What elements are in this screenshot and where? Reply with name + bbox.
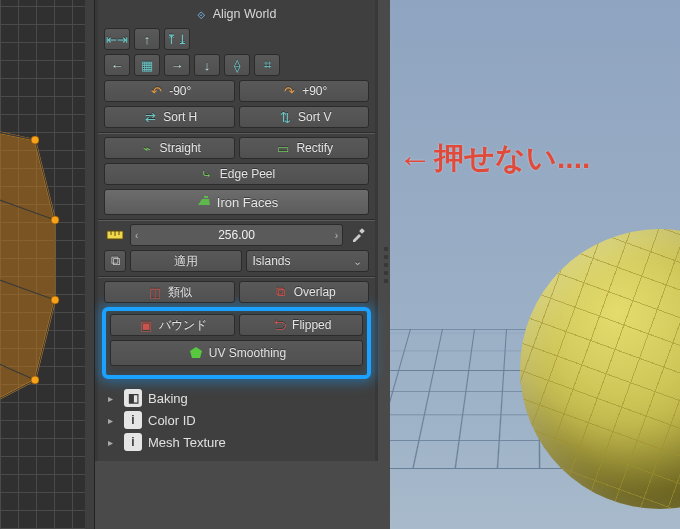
bound-icon: ▣ — [137, 316, 155, 334]
mode-value: Islands — [253, 254, 291, 268]
arrow-left-icon: ← — [398, 142, 432, 176]
baking-icon: ◧ — [124, 389, 142, 407]
copy-button[interactable]: ⧉ — [104, 250, 126, 272]
svg-marker-10 — [190, 347, 202, 358]
tree-item-color-id[interactable]: ▸ i Color ID — [108, 409, 369, 431]
sort-v-label: Sort V — [298, 110, 331, 124]
straight-icon: ⌁ — [138, 139, 156, 157]
svg-rect-9 — [359, 228, 365, 234]
align-world-label: Align World — [213, 7, 277, 21]
tree-item-baking[interactable]: ▸ ◧ Baking — [108, 387, 369, 409]
decrement-chevron[interactable]: ‹ — [135, 230, 138, 241]
size-row: ‹ 256.00 › — [104, 224, 369, 246]
tool-panel: ⟐ Align World ⇤⇥ ↑ ⤒⤓ ← ▦ → ↓ ⟠ ⌗ ↶ -90°… — [85, 0, 390, 529]
size-field[interactable]: ‹ 256.00 › — [130, 224, 343, 246]
edge-peel-button[interactable]: ⤷ Edge Peel — [104, 163, 369, 185]
rotate-cw-icon: ↷ — [280, 82, 298, 100]
bound-button[interactable]: ▣ バウンド — [110, 314, 235, 336]
caret-icon: ▸ — [108, 437, 118, 448]
subpanel-tree: ▸ ◧ Baking ▸ i Color ID ▸ i Mesh Texture — [104, 387, 369, 453]
bound-label: バウンド — [159, 317, 207, 334]
similar-label: 類似 — [168, 284, 192, 301]
align-left-button[interactable]: ← — [104, 54, 130, 76]
separator-1 — [98, 132, 375, 133]
rotate-cw-label: +90° — [302, 84, 327, 98]
check-row-2: ▣ バウンド ⮌ Flipped — [110, 314, 363, 336]
check-row-1: ◫ 類似 ⧉ Overlap — [104, 281, 369, 303]
svg-point-2 — [51, 296, 59, 304]
separator-3 — [98, 276, 375, 277]
uv-smoothing-row: UV Smoothing — [110, 340, 363, 366]
uv-smoothing-button[interactable]: UV Smoothing — [110, 340, 363, 366]
mesh-texture-icon: i — [124, 433, 142, 451]
svg-point-0 — [31, 136, 39, 144]
flipped-icon: ⮌ — [270, 316, 288, 334]
eyedropper-button[interactable] — [347, 224, 369, 246]
uv-smoothing-icon — [187, 344, 205, 362]
apply-label: 適用 — [174, 253, 198, 270]
rotate-ccw-button[interactable]: ↶ -90° — [104, 80, 235, 102]
rectify-icon: ▭ — [274, 139, 292, 157]
align-right-button[interactable]: → — [164, 54, 190, 76]
iron-icon — [195, 193, 213, 211]
iron-faces-button[interactable]: Iron Faces — [104, 189, 369, 215]
apply-button[interactable]: 適用 — [130, 250, 242, 272]
annotation-cannot-press: ← 押せない.... — [398, 138, 590, 179]
separator-2 — [98, 219, 375, 220]
align-dist-up-button[interactable]: ↑ — [134, 28, 160, 50]
straight-rectify-row: ⌁ Straight ▭ Rectify — [104, 137, 369, 159]
rotate-row: ↶ -90° ↷ +90° — [104, 80, 369, 102]
viewport-3d[interactable] — [390, 0, 680, 529]
apply-mode-row: ⧉ 適用 Islands ⌄ — [104, 250, 369, 272]
similar-button[interactable]: ◫ 類似 — [104, 281, 235, 303]
align-dist-h-button[interactable]: ⇤⇥ — [104, 28, 130, 50]
overlap-label: Overlap — [294, 285, 336, 299]
sort-v-button[interactable]: ⇅ Sort V — [239, 106, 370, 128]
mode-dropdown[interactable]: Islands ⌄ — [246, 250, 370, 272]
align-direction-row-1: ⇤⇥ ↑ ⤒⤓ — [104, 28, 369, 50]
similar-icon: ◫ — [146, 283, 164, 301]
increment-chevron[interactable]: › — [335, 230, 338, 241]
sort-h-icon: ⇄ — [141, 108, 159, 126]
size-value: 256.00 — [218, 228, 255, 242]
edge-peel-label: Edge Peel — [220, 167, 275, 181]
overlap-button[interactable]: ⧉ Overlap — [239, 281, 370, 303]
mesh-texture-label: Mesh Texture — [148, 435, 226, 450]
rectify-label: Rectify — [296, 141, 333, 155]
sort-h-button[interactable]: ⇄ Sort H — [104, 106, 235, 128]
caret-icon: ▸ — [108, 393, 118, 404]
tree-item-mesh-texture[interactable]: ▸ i Mesh Texture — [108, 431, 369, 453]
overlap-icon: ⧉ — [272, 283, 290, 301]
align-down-button[interactable]: ↓ — [194, 54, 220, 76]
edge-peel-icon: ⤷ — [198, 165, 216, 183]
ruler-icon — [104, 224, 126, 246]
uv-smoothing-label: UV Smoothing — [209, 346, 286, 360]
eyedropper-icon — [349, 226, 367, 244]
iron-faces-row: Iron Faces — [104, 189, 369, 215]
align-center-button[interactable]: ▦ — [134, 54, 160, 76]
panel-grip[interactable] — [384, 0, 388, 529]
iron-faces-label: Iron Faces — [217, 195, 278, 210]
rectify-button[interactable]: ▭ Rectify — [239, 137, 370, 159]
align-world-header[interactable]: ⟐ Align World — [104, 4, 369, 24]
highlighted-region: ▣ バウンド ⮌ Flipped UV Smoothing — [102, 307, 371, 379]
sort-row: ⇄ Sort H ⇅ Sort V — [104, 106, 369, 128]
color-id-icon: i — [124, 411, 142, 429]
align-extra-2-button[interactable]: ⌗ — [254, 54, 280, 76]
sort-h-label: Sort H — [163, 110, 197, 124]
rotate-ccw-label: -90° — [169, 84, 191, 98]
rotate-cw-button[interactable]: ↷ +90° — [239, 80, 370, 102]
svg-point-3 — [31, 376, 39, 384]
align-dist-v-button[interactable]: ⤒⤓ — [164, 28, 190, 50]
flipped-label: Flipped — [292, 318, 331, 332]
svg-point-1 — [51, 216, 59, 224]
panel-resize-handle[interactable] — [85, 0, 95, 529]
align-world-icon: ⟐ — [197, 6, 205, 22]
annotation-text: 押せない.... — [434, 138, 590, 179]
uv-editor-area — [0, 0, 85, 529]
caret-icon: ▸ — [108, 415, 118, 426]
flipped-button[interactable]: ⮌ Flipped — [239, 314, 364, 336]
sort-v-icon: ⇅ — [276, 108, 294, 126]
straight-button[interactable]: ⌁ Straight — [104, 137, 235, 159]
align-extra-1-button[interactable]: ⟠ — [224, 54, 250, 76]
